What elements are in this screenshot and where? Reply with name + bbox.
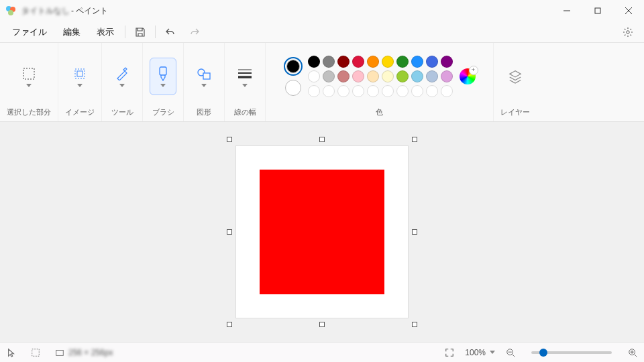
color-swatch[interactable] — [337, 85, 350, 97]
color-swatch[interactable] — [323, 56, 335, 68]
color-swatch[interactable] — [308, 70, 320, 82]
menu-edit[interactable]: 編集 — [56, 23, 87, 41]
resize-handle-br[interactable] — [412, 322, 417, 327]
linewidth-label: 線の幅 — [234, 107, 256, 117]
color-swatch[interactable] — [396, 56, 409, 68]
pencil-icon — [115, 67, 129, 80]
colors-label: 色 — [376, 107, 383, 117]
redo-button[interactable] — [184, 23, 205, 42]
color-swatch[interactable] — [382, 70, 394, 82]
layers-label: レイヤー — [500, 107, 530, 117]
color-swatch[interactable] — [308, 85, 320, 97]
group-colors: 色 — [266, 43, 494, 121]
title-suffix: - ペイント — [71, 5, 108, 17]
layers-icon — [508, 68, 523, 84]
canvas-size-icon — [55, 348, 64, 357]
resize-handle-mr[interactable] — [412, 229, 417, 235]
color-swatch[interactable] — [426, 70, 438, 82]
edit-colors-button[interactable] — [460, 68, 476, 84]
color-swatch[interactable] — [337, 70, 350, 82]
group-linewidth: 線の幅 — [225, 43, 266, 121]
color-swatch[interactable] — [337, 56, 350, 68]
color-swatch[interactable] — [308, 56, 320, 68]
group-shapes: 図形 — [184, 43, 225, 121]
image-tool[interactable] — [66, 58, 93, 95]
brush-icon — [157, 66, 169, 81]
resize-handle-tl[interactable] — [227, 137, 232, 142]
svg-rect-8 — [23, 68, 34, 79]
color-swatch[interactable] — [426, 56, 438, 68]
cursor-position — [7, 348, 20, 357]
shapes-tool[interactable] — [191, 58, 217, 95]
zoom-slider-thumb[interactable] — [539, 349, 547, 357]
selection-size-icon — [31, 348, 40, 357]
selection-label: 選択した部分 — [7, 107, 51, 117]
secondary-color[interactable] — [285, 80, 301, 96]
undo-button[interactable] — [160, 23, 181, 42]
color-swatch[interactable] — [441, 70, 453, 82]
canvas[interactable] — [236, 146, 408, 318]
svg-rect-9 — [75, 69, 85, 78]
fit-screen-icon — [445, 348, 454, 357]
color-swatch[interactable] — [382, 85, 394, 97]
color-swatch[interactable] — [411, 56, 423, 68]
zoom-out-button[interactable] — [506, 348, 515, 357]
color-swatch[interactable] — [441, 56, 453, 68]
linewidth-tool[interactable] — [231, 58, 258, 95]
resize-handle-bl[interactable] — [227, 322, 232, 327]
svg-point-7 — [627, 30, 629, 33]
color-swatch[interactable] — [367, 85, 379, 97]
color-swatch[interactable] — [367, 70, 379, 82]
resize-handle-ml[interactable] — [227, 229, 232, 235]
color-swatch[interactable] — [382, 56, 394, 68]
primary-color[interactable] — [284, 57, 303, 76]
ribbon: 選択した部分 イメージ ツール ブラシ — [0, 43, 644, 122]
color-swatch[interactable] — [367, 56, 379, 68]
color-swatch[interactable] — [426, 85, 438, 97]
resize-handle-bm[interactable] — [319, 322, 325, 327]
color-swatch[interactable] — [323, 70, 335, 82]
color-swatch[interactable] — [396, 85, 409, 97]
tools-tool[interactable] — [109, 58, 136, 95]
zoom-in-button[interactable] — [628, 348, 637, 357]
color-swatch[interactable] — [352, 56, 364, 68]
svg-rect-4 — [595, 8, 600, 13]
color-swatch[interactable] — [352, 85, 364, 97]
brushes-label: ブラシ — [152, 107, 174, 117]
settings-button[interactable] — [617, 23, 639, 42]
color-swatch[interactable] — [411, 85, 423, 97]
color-palette — [308, 56, 453, 97]
resize-handle-tr[interactable] — [412, 137, 417, 142]
selection-tool[interactable] — [15, 58, 42, 95]
titlebar: タイトルなし - ペイント — [0, 0, 644, 21]
image-crop-icon — [73, 67, 87, 80]
resize-handle-tm[interactable] — [319, 137, 325, 142]
title-filename: タイトルなし — [21, 5, 70, 17]
brushes-tool[interactable] — [150, 58, 176, 95]
save-button[interactable] — [129, 23, 151, 42]
group-selection: 選択した部分 — [0, 43, 58, 121]
linewidth-icon — [237, 68, 252, 79]
tools-label: ツール — [111, 107, 133, 117]
zoom-slider[interactable] — [531, 351, 612, 354]
color-swatch[interactable] — [323, 85, 335, 97]
menu-file[interactable]: ファイル — [5, 23, 54, 41]
color-swatch[interactable] — [441, 85, 453, 97]
svg-rect-17 — [32, 349, 40, 356]
canvas-size: 256 × 256px — [55, 348, 113, 357]
canvas-area[interactable] — [0, 122, 644, 342]
selection-frame[interactable] — [229, 139, 415, 324]
group-tools: ツール — [102, 43, 143, 121]
fit-screen-button[interactable] — [445, 348, 454, 357]
color-swatch[interactable] — [352, 70, 364, 82]
group-brushes: ブラシ — [143, 43, 184, 121]
zoom-in-icon — [628, 348, 637, 357]
layers-button[interactable] — [502, 58, 529, 95]
zoom-dropdown[interactable]: 100% — [465, 348, 495, 357]
menu-view[interactable]: 表示 — [90, 23, 121, 41]
window-maximize-button[interactable] — [582, 0, 613, 21]
color-swatch[interactable] — [396, 70, 409, 82]
color-swatch[interactable] — [411, 70, 423, 82]
window-minimize-button[interactable] — [551, 0, 582, 21]
window-close-button[interactable] — [613, 0, 644, 21]
